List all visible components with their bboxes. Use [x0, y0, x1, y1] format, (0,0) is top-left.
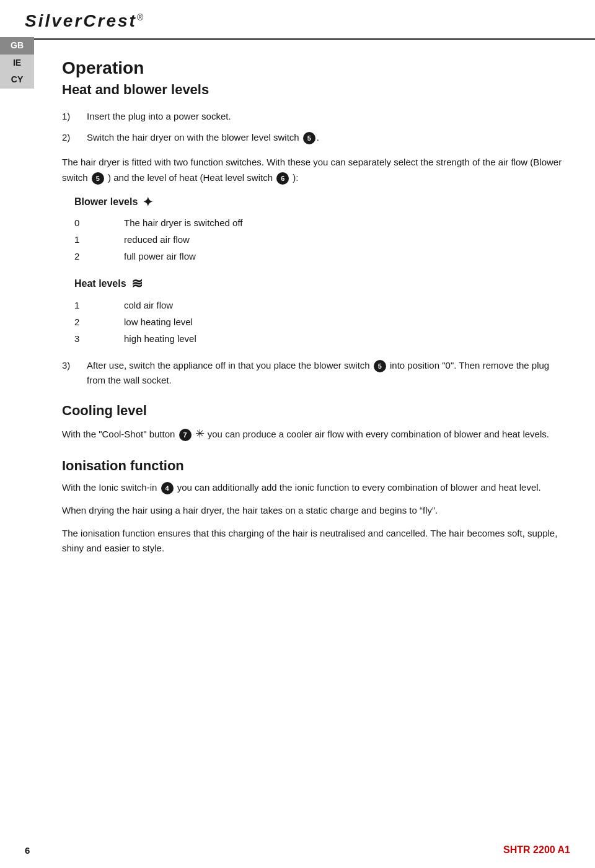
language-sidebar: GB IE CY: [0, 37, 34, 89]
ionisation-paragraph1: With the Ionic switch-in 4 you can addit…: [62, 480, 564, 496]
step-3: 3) After use, switch the appliance off i…: [62, 358, 564, 388]
ionisation-paragraph2: When drying the hair using a hair dryer,…: [62, 503, 564, 519]
blower-icon: ✦: [143, 195, 153, 209]
heat-icon: ≋: [131, 276, 141, 292]
ionisation-paragraph3: The ionisation function ensures that thi…: [62, 526, 564, 557]
heat-levels-heading: Heat levels ≋: [74, 276, 564, 292]
step-2: 2) Switch the hair dryer on with the blo…: [62, 130, 564, 145]
blower-levels-heading: Blower levels ✦: [74, 195, 564, 209]
blower-level-2: 2 full power air flow: [74, 248, 564, 265]
badge-4-ionisation: 4: [161, 482, 174, 494]
step-3-text: After use, switch the appliance off in t…: [87, 358, 564, 388]
lang-tab-gb: GB: [0, 37, 34, 55]
step-2-num: 2): [62, 130, 81, 145]
step-1-text: Insert the plug into a power socket.: [87, 109, 231, 124]
badge-5-intro: 5: [92, 172, 104, 185]
heat-levels-block: Heat levels ≋ 1 cold air flow 2 low heat…: [74, 276, 564, 347]
badge-5-step2: 5: [303, 132, 315, 144]
logo: SilverCrest®: [25, 11, 145, 31]
badge-5-step3: 5: [374, 360, 386, 372]
page-number: 6: [25, 845, 30, 856]
lang-tab-ie: IE: [0, 55, 34, 72]
badge-7-cooling: 7: [179, 429, 192, 441]
heat-level-1: 1 cold air flow: [74, 297, 564, 313]
heat-level-2: 2 low heating level: [74, 313, 564, 330]
ionisation-title: Ionisation function: [62, 458, 564, 474]
cooling-level-title: Cooling level: [62, 403, 564, 419]
blower-levels-block: Blower levels ✦ 0 The hair dryer is swit…: [74, 195, 564, 265]
step-1: 1) Insert the plug into a power socket.: [62, 109, 564, 124]
section-title: Heat and blower levels: [62, 82, 564, 98]
lang-tab-cy: CY: [0, 71, 34, 89]
cooling-level-content: With the "Cool-Shot" button 7 ✳ you can …: [62, 425, 564, 444]
model-number: SHTR 2200 A1: [503, 844, 570, 856]
header: SilverCrest®: [0, 0, 595, 40]
page-title: Operation: [62, 58, 564, 78]
footer: 6 SHTR 2200 A1: [0, 844, 595, 856]
step-3-num: 3): [62, 358, 81, 388]
intro-paragraph: The hair dryer is fitted with two functi…: [62, 155, 564, 186]
step-1-num: 1): [62, 109, 81, 124]
heat-level-3: 3 high heating level: [74, 330, 564, 347]
badge-6-intro: 6: [276, 172, 289, 185]
step-2-text: Switch the hair dryer on with the blower…: [87, 130, 319, 145]
blower-level-1: 1 reduced air flow: [74, 231, 564, 248]
main-content: Operation Heat and blower levels 1) Inse…: [43, 40, 595, 601]
snowflake-icon: ✳: [195, 427, 208, 440]
blower-level-0: 0 The hair dryer is switched off: [74, 214, 564, 231]
